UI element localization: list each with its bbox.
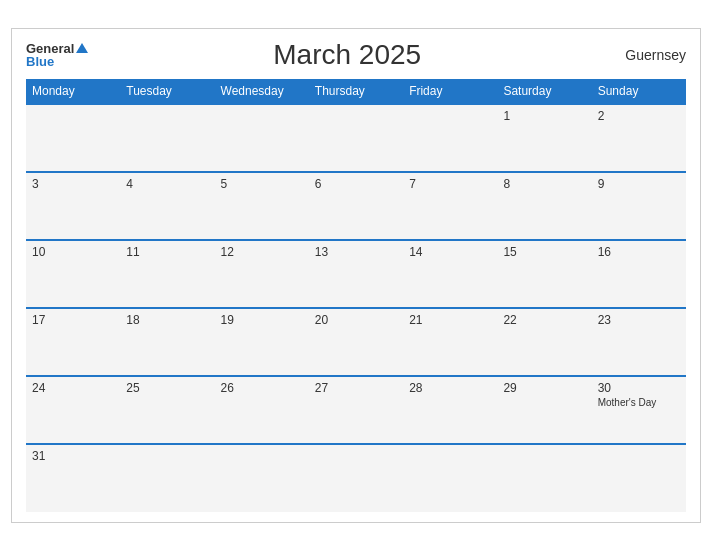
calendar-cell: 6 <box>309 172 403 240</box>
calendar-cell: 25 <box>120 376 214 444</box>
day-number: 14 <box>409 245 491 259</box>
calendar-cell <box>497 444 591 512</box>
weekday-header-tuesday: Tuesday <box>120 79 214 104</box>
calendar-cell: 10 <box>26 240 120 308</box>
calendar-wrapper: General Blue March 2025 Guernsey MondayT… <box>11 28 701 523</box>
calendar-week-row: 17181920212223 <box>26 308 686 376</box>
day-number: 26 <box>221 381 303 395</box>
day-number: 7 <box>409 177 491 191</box>
calendar-cell <box>309 444 403 512</box>
day-number: 30 <box>598 381 680 395</box>
calendar-cell: 7 <box>403 172 497 240</box>
calendar-cell <box>215 444 309 512</box>
calendar-week-row: 10111213141516 <box>26 240 686 308</box>
day-number: 23 <box>598 313 680 327</box>
logo-area: General Blue <box>26 42 88 68</box>
day-number: 2 <box>598 109 680 123</box>
calendar-week-row: 12 <box>26 104 686 172</box>
region-label: Guernsey <box>606 47 686 63</box>
calendar-cell: 4 <box>120 172 214 240</box>
day-number: 3 <box>32 177 114 191</box>
day-number: 18 <box>126 313 208 327</box>
event-label: Mother's Day <box>598 397 680 408</box>
day-number: 13 <box>315 245 397 259</box>
day-number: 1 <box>503 109 585 123</box>
calendar-cell: 28 <box>403 376 497 444</box>
day-number: 22 <box>503 313 585 327</box>
calendar-cell: 13 <box>309 240 403 308</box>
day-number: 29 <box>503 381 585 395</box>
calendar-cell: 16 <box>592 240 686 308</box>
calendar-cell: 5 <box>215 172 309 240</box>
logo-triangle-icon <box>76 43 88 53</box>
calendar-cell: 1 <box>497 104 591 172</box>
calendar-cell: 8 <box>497 172 591 240</box>
calendar-cell: 18 <box>120 308 214 376</box>
day-number: 4 <box>126 177 208 191</box>
weekday-header-monday: Monday <box>26 79 120 104</box>
calendar-cell <box>26 104 120 172</box>
day-number: 12 <box>221 245 303 259</box>
day-number: 16 <box>598 245 680 259</box>
calendar-cell <box>403 104 497 172</box>
calendar-cell <box>403 444 497 512</box>
calendar-cell: 20 <box>309 308 403 376</box>
day-number: 19 <box>221 313 303 327</box>
day-number: 5 <box>221 177 303 191</box>
day-number: 27 <box>315 381 397 395</box>
day-number: 9 <box>598 177 680 191</box>
day-number: 24 <box>32 381 114 395</box>
day-number: 25 <box>126 381 208 395</box>
calendar-cell <box>120 104 214 172</box>
calendar-week-row: 3456789 <box>26 172 686 240</box>
day-number: 10 <box>32 245 114 259</box>
calendar-cell: 30Mother's Day <box>592 376 686 444</box>
weekday-header-sunday: Sunday <box>592 79 686 104</box>
calendar-cell: 26 <box>215 376 309 444</box>
calendar-cell: 31 <box>26 444 120 512</box>
calendar-cell: 22 <box>497 308 591 376</box>
day-number: 8 <box>503 177 585 191</box>
calendar-cell <box>215 104 309 172</box>
calendar-cell: 24 <box>26 376 120 444</box>
calendar-cell: 12 <box>215 240 309 308</box>
calendar-cell: 19 <box>215 308 309 376</box>
calendar-cell: 2 <box>592 104 686 172</box>
calendar-week-row: 24252627282930Mother's Day <box>26 376 686 444</box>
weekday-header-wednesday: Wednesday <box>215 79 309 104</box>
calendar-week-row: 31 <box>26 444 686 512</box>
calendar-cell: 23 <box>592 308 686 376</box>
calendar-cell: 9 <box>592 172 686 240</box>
logo-blue: Blue <box>26 55 54 68</box>
calendar-title: March 2025 <box>88 39 606 71</box>
calendar-cell <box>592 444 686 512</box>
calendar-cell <box>309 104 403 172</box>
calendar-cell: 27 <box>309 376 403 444</box>
calendar-header: General Blue March 2025 Guernsey <box>26 39 686 71</box>
calendar-cell: 29 <box>497 376 591 444</box>
weekday-header-thursday: Thursday <box>309 79 403 104</box>
calendar-cell: 14 <box>403 240 497 308</box>
calendar-cell: 15 <box>497 240 591 308</box>
weekday-header-friday: Friday <box>403 79 497 104</box>
logo-general: General <box>26 42 74 55</box>
calendar-cell: 11 <box>120 240 214 308</box>
day-number: 21 <box>409 313 491 327</box>
calendar-cell: 21 <box>403 308 497 376</box>
day-number: 20 <box>315 313 397 327</box>
calendar-grid: MondayTuesdayWednesdayThursdayFridaySatu… <box>26 79 686 512</box>
day-number: 15 <box>503 245 585 259</box>
day-number: 6 <box>315 177 397 191</box>
day-number: 28 <box>409 381 491 395</box>
day-number: 11 <box>126 245 208 259</box>
calendar-cell: 17 <box>26 308 120 376</box>
calendar-cell: 3 <box>26 172 120 240</box>
day-number: 17 <box>32 313 114 327</box>
day-number: 31 <box>32 449 114 463</box>
weekday-header-saturday: Saturday <box>497 79 591 104</box>
weekday-header-row: MondayTuesdayWednesdayThursdayFridaySatu… <box>26 79 686 104</box>
calendar-cell <box>120 444 214 512</box>
